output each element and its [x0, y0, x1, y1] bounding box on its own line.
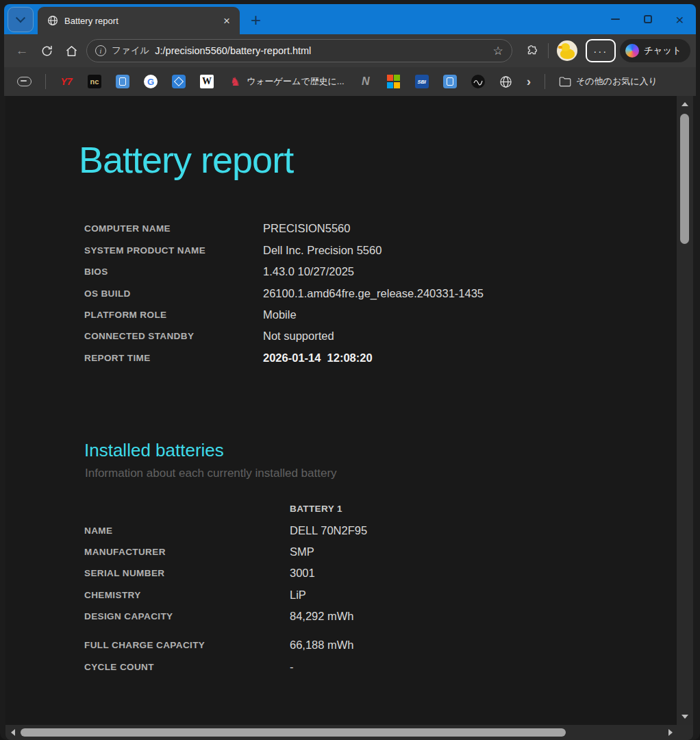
settings-more-button[interactable]: ··· [586, 39, 616, 62]
home-icon [65, 45, 78, 58]
tab-list-dropdown-button[interactable] [8, 7, 34, 32]
scroll-left-arrow-icon[interactable] [11, 729, 15, 736]
bookmark-nikkei[interactable]: N [354, 71, 377, 92]
row-value: 1.43.0 10/27/2025 [263, 265, 354, 278]
minimize-button[interactable] [599, 4, 632, 34]
divider [548, 43, 549, 58]
extensions-button[interactable] [519, 38, 544, 63]
bookmark-sbi[interactable]: SBI [410, 71, 434, 92]
row-value: PRECISION5560 [263, 222, 350, 235]
table-row: OS BUILD 26100.1.amd64fre.ge_release.240… [84, 282, 677, 304]
row-label: CONNECTED STANDBY [84, 331, 263, 341]
content-area: Battery report COMPUTER NAME PRECISION55… [5, 96, 693, 725]
bookmark-nc[interactable]: nc [83, 71, 106, 92]
row-value: DELL 70N2F95 [290, 524, 367, 537]
window-controls: × [599, 4, 696, 34]
system-info-table: COMPUTER NAME PRECISION5560 SYSTEM PRODU… [84, 218, 677, 369]
globe-icon [47, 15, 58, 26]
table-row: PLATFORM ROLE Mobile [84, 304, 677, 325]
scroll-down-arrow-icon[interactable] [682, 715, 688, 719]
bookmarks-overflow-button[interactable]: › [522, 71, 536, 92]
collections-button[interactable] [12, 71, 36, 92]
table-row: COMPUTER NAME PRECISION5560 [84, 218, 677, 239]
yahoo-favicon: Y7 [60, 75, 73, 88]
table-row: SERIAL NUMBER 3001 [84, 563, 677, 584]
close-button[interactable]: × [664, 4, 696, 34]
other-favorites-button[interactable]: その他のお気に入り [554, 71, 662, 92]
nikkei-favicon: N [359, 75, 373, 88]
bookmark-grid-site[interactable] [167, 71, 190, 92]
row-value: 66,188 mWh [290, 639, 354, 652]
title-bar: Battery report × + × [4, 4, 696, 34]
battery-column-header-row: BATTERY 1 [84, 498, 677, 519]
copilot-button[interactable]: チャット [620, 39, 690, 62]
row-label: REPORT TIME [84, 353, 263, 363]
scroll-up-arrow-icon[interactable] [682, 102, 688, 106]
new-tab-button[interactable]: + [247, 10, 265, 30]
table-row-report-time: REPORT TIME 2026-01-14 12:08:20 [84, 347, 677, 369]
row-value: 26100.1.amd64fre.ge_release.240331-1435 [263, 287, 484, 300]
horizontal-scrollbar[interactable] [5, 725, 693, 740]
row-label: SYSTEM PRODUCT NAME [84, 245, 263, 256]
refresh-button[interactable] [34, 38, 59, 63]
row-value: Dell Inc. Precision 5560 [263, 244, 382, 257]
vertical-scrollbar[interactable] [677, 96, 693, 725]
table-row: MANUFACTURER SMP [84, 541, 677, 563]
row-label: CHEMISTRY [84, 590, 290, 600]
bookmark-wikipedia[interactable]: W [195, 71, 218, 92]
bookmark-microsoft[interactable] [382, 71, 405, 92]
url-text[interactable]: J:/precision5560/battery-report.html [155, 45, 487, 56]
nc-favicon: nc [88, 75, 101, 88]
bookmark-google[interactable]: G [139, 71, 162, 92]
battery-column-header: BATTERY 1 [290, 504, 342, 514]
back-button[interactable]: ← [10, 38, 34, 63]
row-label: BIOS [84, 267, 263, 277]
bank-favicon [116, 75, 129, 88]
row-value: 3001 [290, 567, 315, 580]
bookmark-label: ウォーゲームで歴史に... [247, 75, 345, 88]
home-button[interactable] [59, 38, 84, 63]
bookmark-bank-2[interactable] [438, 71, 462, 92]
globe-icon [499, 75, 512, 88]
folder-icon [559, 76, 571, 87]
row-label: CYCLE COUNT [84, 662, 290, 672]
bookmark-bank-1[interactable] [111, 71, 134, 92]
table-row: FULL CHARGE CAPACITY 66,188 mWh [84, 634, 677, 656]
table-row: BIOS 1.43.0 10/27/2025 [84, 261, 677, 282]
bookmark-wargame[interactable]: ♞ ウォーゲームで歴史に... [223, 71, 349, 92]
row-label: PLATFORM ROLE [84, 310, 263, 320]
collections-icon [17, 77, 32, 86]
battery-table: BATTERY 1 NAME DELL 70N2F95 MANUFACTURER… [84, 498, 677, 678]
microsoft-favicon [387, 75, 401, 88]
section-heading: Installed batteries [84, 440, 677, 461]
row-label: OS BUILD [84, 288, 263, 299]
refresh-icon [40, 45, 53, 58]
tab-battery-report[interactable]: Battery report × [38, 7, 240, 34]
knight-favicon: ♞ [228, 75, 242, 88]
table-row: NAME DELL 70N2F95 [84, 519, 677, 541]
address-bar[interactable]: i ファイル J:/precision5560/battery-report.h… [86, 39, 512, 62]
horizontal-scrollbar-thumb[interactable] [21, 728, 566, 737]
chevron-right-icon: › [527, 74, 531, 89]
row-value: - [290, 661, 294, 674]
tab-close-icon[interactable]: × [221, 14, 233, 28]
scroll-right-arrow-icon[interactable] [668, 729, 673, 736]
profile-avatar[interactable] [557, 40, 577, 61]
table-row: CYCLE COUNT - [84, 656, 677, 678]
site-info-icon[interactable]: i [95, 45, 106, 56]
bookmark-signature-site[interactable] [466, 71, 490, 92]
page-title: Battery report [79, 136, 677, 184]
toolbar: ← i ファイル J:/precision5560/battery-report… [4, 34, 696, 67]
bookmark-globe-site[interactable] [495, 71, 517, 92]
maximize-button[interactable] [632, 4, 664, 34]
favorite-star-icon[interactable]: ☆ [492, 44, 503, 58]
copilot-icon [625, 44, 639, 58]
row-label: FULL CHARGE CAPACITY [84, 640, 290, 650]
puzzle-icon [525, 44, 538, 58]
bookmark-yahoo[interactable]: Y7 [55, 71, 78, 92]
row-value: Mobile [263, 308, 297, 321]
vertical-scrollbar-thumb[interactable] [680, 114, 689, 244]
url-scheme-label: ファイル [112, 45, 149, 57]
row-label: SERIAL NUMBER [84, 568, 290, 578]
wikipedia-favicon: W [200, 75, 214, 88]
